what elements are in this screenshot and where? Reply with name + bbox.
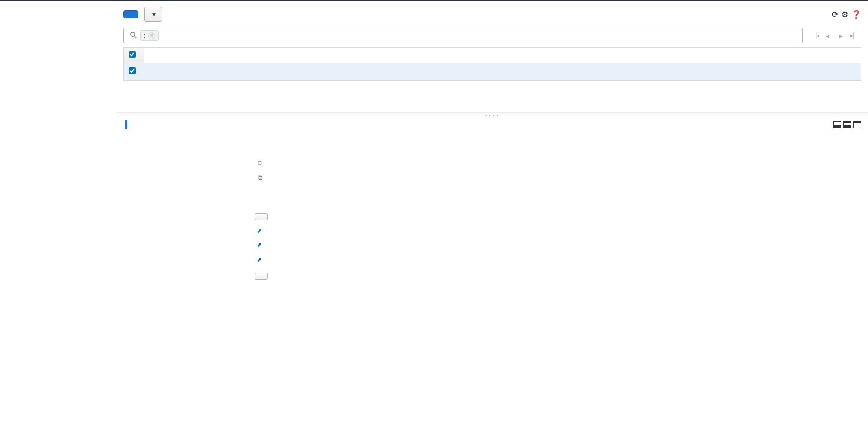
page-next-icon[interactable]: ▸ <box>837 32 845 40</box>
select-all-checkbox[interactable] <box>129 51 136 58</box>
svg-line-1 <box>134 36 136 38</box>
cell-state <box>341 63 431 80</box>
copy-dns-icon[interactable]: ⧉ <box>258 174 262 181</box>
filter-box[interactable]: : ✕ <box>123 28 803 43</box>
edit-ip-type-button[interactable] <box>255 213 268 220</box>
sidebar <box>0 1 116 423</box>
main-panel: ▾ ⟳ ⚙ ❓ : ✕ ⎹◂ ◂ <box>116 1 868 423</box>
layout-full-icon[interactable] <box>853 121 861 128</box>
cell-name <box>144 63 242 80</box>
gear-icon[interactable]: ⚙ <box>841 10 848 19</box>
copy-arn-icon[interactable]: ⧉ <box>258 159 262 167</box>
layout-bottom-icon[interactable] <box>833 121 841 128</box>
page-first-icon[interactable]: ⎹◂ <box>809 31 821 40</box>
filter-chip[interactable]: : ✕ <box>140 30 159 41</box>
load-balancers-table <box>123 47 861 81</box>
accent-bar <box>125 120 127 129</box>
table-row[interactable] <box>124 63 861 80</box>
search-icon <box>130 31 137 40</box>
toolbar: ▾ ⟳ ⚙ ❓ <box>116 1 868 28</box>
help-icon[interactable]: ❓ <box>851 10 861 19</box>
cell-created <box>698 63 797 80</box>
edit-subnets-button[interactable] <box>255 273 268 280</box>
cell-az <box>520 63 604 80</box>
layout-split-icon[interactable] <box>843 121 851 128</box>
vpc-link[interactable]: ⬈ <box>255 226 262 234</box>
chevron-down-icon: ▾ <box>152 10 156 18</box>
actions-dropdown[interactable]: ▾ <box>144 7 162 22</box>
add-filter-input[interactable] <box>159 30 799 41</box>
subnet-link-1[interactable]: ⬈ <box>255 240 262 248</box>
create-load-balancer-button[interactable] <box>123 10 138 18</box>
row-checkbox[interactable] <box>129 67 136 74</box>
subnet-link-2[interactable]: ⬈ <box>255 255 262 263</box>
external-link-icon: ⬈ <box>257 256 262 263</box>
panel-splitter[interactable]: • • • • <box>116 112 868 115</box>
cell-dns <box>242 63 341 80</box>
cell-type <box>604 63 698 80</box>
pagination: ⎹◂ ◂ ▸ ▸⎸ <box>809 31 861 40</box>
cell-monitoring <box>797 63 861 80</box>
page-prev-icon[interactable]: ◂ <box>824 32 831 40</box>
external-link-icon: ⬈ <box>257 241 262 248</box>
refresh-icon[interactable]: ⟳ <box>832 10 838 19</box>
page-last-icon[interactable]: ▸⎸ <box>848 31 861 40</box>
cell-vpc <box>431 63 520 80</box>
remove-filter-icon[interactable]: ✕ <box>148 32 155 39</box>
description-panel: ⧉ ⧉ <box>116 134 868 423</box>
external-link-icon: ⬈ <box>257 227 262 234</box>
svg-point-0 <box>131 32 135 36</box>
